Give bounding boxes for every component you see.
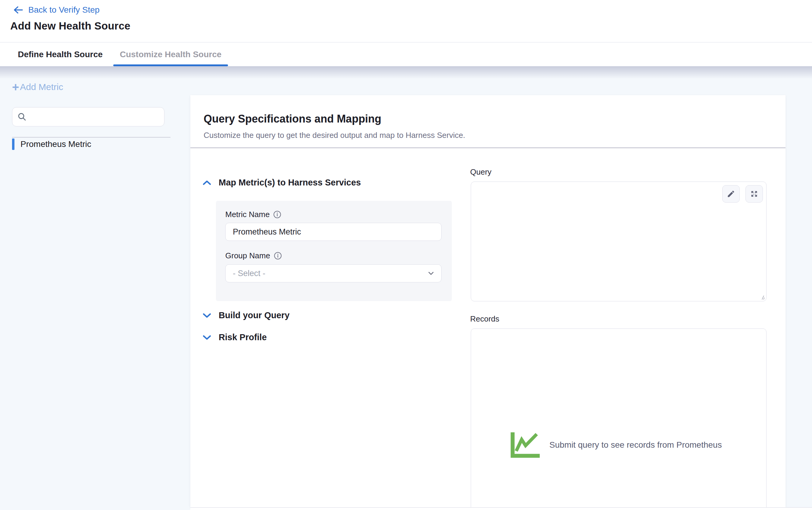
metric-name-input[interactable]	[225, 223, 441, 241]
panel-subtitle: Customize the query to get the desired o…	[204, 131, 465, 140]
records-empty-state: Submit query to see records from Prometh…	[510, 431, 722, 459]
expand-icon	[750, 190, 758, 198]
add-health-source-screen: Back to Verify Step Add New Health Sourc…	[0, 0, 812, 510]
records-empty-text: Submit query to see records from Prometh…	[549, 440, 722, 450]
page-title: Add New Health Source	[10, 20, 130, 32]
add-metric-button[interactable]: + Add Metric	[12, 82, 63, 92]
chevron-down-icon	[202, 334, 211, 340]
section-risk-profile-label: Risk Profile	[219, 332, 267, 342]
section-map-metrics-label: Map Metric(s) to Harness Services	[219, 178, 361, 187]
tab-define-health-source[interactable]: Define Health Source	[17, 43, 103, 66]
edit-query-button[interactable]	[722, 185, 740, 203]
group-name-label-row: Group Name	[225, 251, 282, 261]
panel-title: Query Specifications and Mapping	[204, 113, 381, 125]
group-name-placeholder: - Select -	[233, 269, 265, 278]
back-to-verify-step-link[interactable]: Back to Verify Step	[13, 4, 100, 16]
query-specifications-panel: Query Specifications and Mapping Customi…	[190, 95, 785, 507]
metric-name-label: Metric Name	[225, 210, 269, 219]
metric-name-label-row: Metric Name	[225, 210, 281, 219]
sidebar-divider	[12, 137, 171, 138]
query-label: Query	[470, 168, 492, 177]
tab-define-label: Define Health Source	[18, 50, 103, 59]
section-build-your-query-label: Build your Query	[219, 310, 289, 320]
tab-customize-label: Customize Health Source	[120, 50, 222, 59]
query-actions	[722, 185, 763, 203]
footer-divider	[190, 507, 812, 510]
metric-item-label: Prometheus Metric	[21, 140, 91, 149]
info-icon	[273, 210, 281, 218]
add-metric-label: Add Metric	[20, 82, 63, 92]
plus-icon: +	[12, 83, 19, 92]
info-icon	[274, 252, 282, 260]
search-icon	[17, 112, 27, 122]
records-label: Records	[470, 314, 499, 324]
group-name-label: Group Name	[225, 251, 270, 261]
metrics-sidebar: + Add Metric Prometheus Metric	[0, 66, 190, 510]
section-build-your-query[interactable]: Build your Query	[202, 310, 289, 320]
chart-icon	[510, 431, 541, 459]
metric-search-input[interactable]	[30, 112, 159, 122]
tab-bar: Define Health Source Customize Health So…	[0, 43, 812, 66]
chevron-up-icon	[202, 180, 211, 186]
records-panel: Submit query to see records from Prometh…	[471, 328, 766, 507]
query-editor	[471, 182, 766, 301]
group-name-select[interactable]: - Select -	[225, 264, 441, 282]
back-link-label: Back to Verify Step	[28, 5, 100, 15]
page-header: Back to Verify Step Add New Health Sourc…	[0, 0, 812, 42]
resize-handle[interactable]	[759, 294, 765, 300]
metric-mapping-form: Metric Name Group Name - Select -	[216, 201, 452, 301]
section-risk-profile[interactable]: Risk Profile	[202, 332, 267, 342]
metric-list-item[interactable]: Prometheus Metric	[12, 139, 91, 150]
metric-search	[12, 107, 165, 126]
pencil-icon	[727, 190, 735, 198]
back-arrow-icon	[13, 6, 24, 14]
resize-grip-icon	[760, 295, 765, 300]
selected-indicator	[12, 139, 14, 150]
tab-customize-health-source[interactable]: Customize Health Source	[113, 43, 228, 66]
select-chevron-down-icon	[427, 269, 435, 277]
chevron-down-icon	[202, 312, 211, 319]
section-map-metrics[interactable]: Map Metric(s) to Harness Services	[202, 178, 361, 187]
expand-query-button[interactable]	[746, 185, 763, 203]
panel-divider	[190, 148, 785, 148]
